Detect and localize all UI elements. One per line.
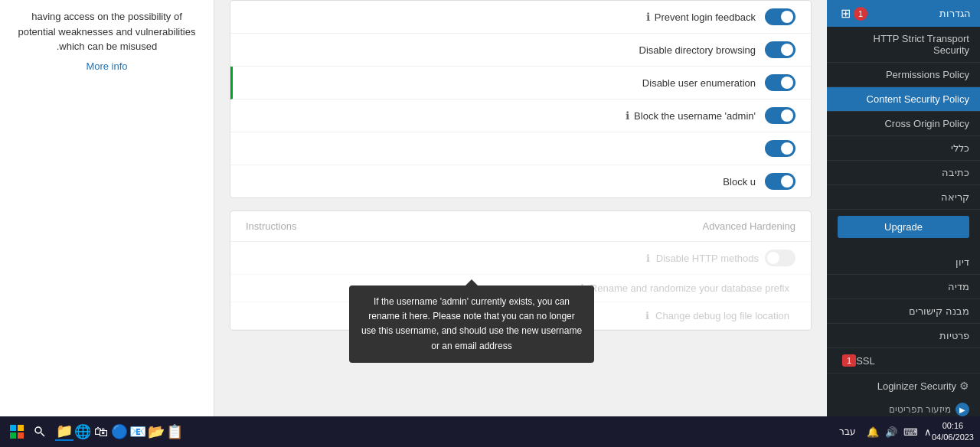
sidebar-item-links[interactable]: מבנה קישורים <box>827 299 980 324</box>
taskbar: 📁 🌐 🛍 🔵 📧 📂 📋 עבר 🔔 🔊 ⌨ ∧ 00:16 04/06/20… <box>0 416 980 447</box>
taskbar-app-explorer[interactable]: 📂 <box>147 423 165 441</box>
toggle-label-disable-enum: Disable user enumeration <box>642 77 756 89</box>
taskbar-app-outlook[interactable]: 📧 <box>129 423 147 441</box>
svg-rect-2 <box>10 432 16 439</box>
advanced-label-http: Disable HTTP methods <box>656 253 759 264</box>
taskbar-chevron-icon[interactable]: ∧ <box>924 426 932 438</box>
toggle-block-u[interactable] <box>765 173 795 190</box>
svg-point-4 <box>35 427 41 433</box>
toggle-prevent-login[interactable] <box>765 8 795 25</box>
taskbar-app-store[interactable]: 🛍 <box>92 423 110 441</box>
sidebar-item-privacy[interactable]: פרטיות <box>827 324 980 348</box>
toggle-row-block-u: Block u <box>230 165 811 197</box>
toggle-row-rename-admin: If the username 'admin' currently exists… <box>230 132 811 165</box>
right-sidebar: ⊞ 1 הגדרות HTTP Strict Transport Securit… <box>827 0 980 417</box>
sidebar-item-csp[interactable]: Content Security Policy <box>827 87 980 112</box>
toggle-label-block-admin: 'Block the username 'admin <box>634 110 756 122</box>
svg-rect-3 <box>18 432 24 439</box>
taskbar-search-icon[interactable] <box>31 423 49 441</box>
taskbar-clock: 00:16 <box>932 420 974 432</box>
taskbar-volume-icon[interactable]: 🔊 <box>885 426 897 438</box>
sidebar-item-writing[interactable]: כתיבה <box>827 161 980 185</box>
toggle-row-disable-directory: Disable directory browsing <box>230 34 811 67</box>
toggle-row-prevent-login: ℹ Prevent login feedback <box>230 1 811 34</box>
advanced-row-http: ℹ Disable HTTP methods <box>230 242 811 275</box>
ssl-text: SSL <box>856 355 875 367</box>
sidebar-item-general[interactable]: כללי <box>827 136 980 161</box>
advanced-label-db: Rename and randomize your database prefi… <box>590 282 789 294</box>
sidebar-item-http-sts[interactable]: HTTP Strict Transport Security <box>827 27 980 63</box>
info-icon-prevent-login[interactable]: ℹ <box>646 11 650 23</box>
toggle-row-block-admin: ℹ 'Block the username 'admin <box>230 100 811 132</box>
plus-icon[interactable]: ⊞ <box>841 6 851 21</box>
play-icon: ▶ <box>956 403 969 416</box>
advanced-label-debug: Change debug log file location <box>655 310 789 321</box>
sidebar-item-discussion[interactable]: דיון <box>827 250 980 275</box>
middle-content: ℹ Prevent login feedback Disable directo… <box>214 0 827 417</box>
toggle-label-disable-directory: Disable directory browsing <box>639 44 756 56</box>
toggle-http-methods <box>765 250 795 266</box>
toggle-block-admin[interactable] <box>765 107 795 124</box>
svg-rect-0 <box>10 425 16 431</box>
taskbar-app-mail[interactable]: 📁 <box>55 423 74 441</box>
upgrade-button[interactable]: Upgrade <box>838 216 969 238</box>
info-icon-block-admin[interactable]: ℹ <box>626 109 629 122</box>
info-icon-debug: ℹ <box>645 310 649 321</box>
toggle-disable-directory[interactable] <box>765 41 795 58</box>
advanced-title: Advanced Hardening <box>703 220 795 232</box>
instructions-label: Instructions <box>246 220 296 232</box>
info-icon-http: ℹ <box>646 253 650 264</box>
more-info-link[interactable]: More info <box>12 60 201 72</box>
toggles-section: ℹ Prevent login feedback Disable directo… <box>230 0 812 198</box>
taskbar-lang: עבר <box>839 426 856 437</box>
sidebar-item-media[interactable]: מדיה <box>827 275 980 299</box>
taskbar-notification-icon[interactable]: 🔔 <box>867 426 879 438</box>
toggle-disable-enum[interactable] <box>765 74 795 91</box>
taskbar-app-edge[interactable]: 🌐 <box>74 423 92 441</box>
sidebar-item-reading[interactable]: קריאה <box>827 185 980 210</box>
svg-line-5 <box>41 433 45 437</box>
miuzer-text: מיזעור תפריטים <box>889 404 951 415</box>
taskbar-app-chrome[interactable]: 🔵 <box>110 423 129 441</box>
gear-icon[interactable]: ⚙ <box>959 380 969 392</box>
start-button[interactable] <box>6 421 28 442</box>
sidebar-item-permissions[interactable]: Permissions Policy <box>827 63 980 87</box>
ssl-badge: 1 <box>842 354 856 367</box>
admin-tooltip: If the username 'admin' currently exists… <box>349 285 594 363</box>
toggle-row-disable-enum: Disable user enumeration <box>230 67 811 100</box>
taskbar-date: 04/06/2023 <box>932 432 974 443</box>
toggle-label-block-u: Block u <box>723 176 756 188</box>
loginizer-row[interactable]: Loginizer Security ⚙ <box>827 373 980 398</box>
sidebar-item-cross-origin[interactable]: Cross Origin Policy <box>827 112 980 136</box>
advanced-section-header: Instructions Advanced Hardening <box>230 211 811 242</box>
sidebar-item-ssl[interactable]: SSL 1 <box>827 348 980 373</box>
tooltip-text: If the username 'admin' currently exists… <box>361 296 582 351</box>
taskbar-app-dev[interactable]: 📋 <box>165 423 184 441</box>
toggle-rename-admin[interactable] <box>765 140 795 157</box>
taskbar-time: 00:16 04/06/2023 <box>932 420 974 444</box>
sidebar-header-label: הגדרות <box>939 8 971 19</box>
header-badge: 1 <box>854 7 867 21</box>
taskbar-right-icons: 🔔 🔊 ⌨ ∧ <box>867 426 932 438</box>
taskbar-keyboard-icon[interactable]: ⌨ <box>903 426 918 438</box>
left-panel: having access on the possibility of pote… <box>0 0 214 417</box>
loginizer-text: Loginizer Security <box>877 380 956 392</box>
svg-rect-1 <box>18 425 24 431</box>
left-panel-description: having access on the possibility of pote… <box>12 9 201 54</box>
sidebar-header: ⊞ 1 הגדרות <box>827 0 980 27</box>
toggle-label-prevent-login: Prevent login feedback <box>655 11 756 23</box>
